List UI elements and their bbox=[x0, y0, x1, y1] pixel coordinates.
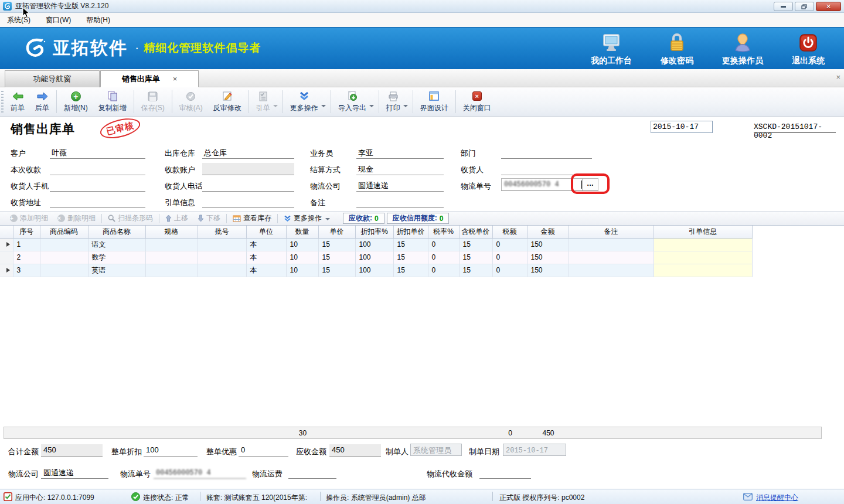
cod-field[interactable] bbox=[479, 466, 531, 479]
more-actions-dropdown-icon[interactable] bbox=[321, 105, 326, 107]
more-chevrons-icon bbox=[299, 91, 309, 101]
address-field[interactable] bbox=[50, 196, 145, 208]
envelope-icon bbox=[743, 493, 753, 500]
print-button[interactable]: 打印 bbox=[381, 87, 406, 116]
department-label: 部门 bbox=[461, 148, 476, 159]
col-batch[interactable]: 批号 bbox=[198, 226, 246, 238]
footer-logistics-label: 物流公司 bbox=[8, 469, 39, 479]
col-remark[interactable]: 备注 bbox=[569, 226, 654, 238]
red-highlight-annotation bbox=[571, 173, 610, 194]
move-up-button[interactable]: 上移 bbox=[161, 213, 193, 224]
import-export-dropdown-icon[interactable] bbox=[369, 105, 374, 107]
tabstrip-close-icon[interactable]: × bbox=[836, 73, 840, 81]
exit-system-button[interactable]: 退出系统 bbox=[783, 32, 833, 66]
reverse-approve-button[interactable]: 反审修改 bbox=[208, 87, 247, 116]
customer-field[interactable]: 叶薇 bbox=[50, 147, 145, 159]
tab-close-icon[interactable]: × bbox=[173, 74, 178, 83]
restore-icon bbox=[801, 4, 808, 9]
more-chevrons-icon bbox=[284, 215, 291, 222]
detail-more-dropdown-icon[interactable] bbox=[325, 218, 330, 220]
logistics-field[interactable]: 圆通速递 bbox=[356, 179, 444, 192]
table-row[interactable]: 2数学 本 1015100 15015 0150 bbox=[0, 251, 752, 264]
col-name[interactable]: 商品名称 bbox=[88, 226, 145, 238]
make-date-label: 制单日期 bbox=[469, 447, 499, 457]
preferential-field[interactable]: 0 bbox=[239, 444, 288, 457]
pull-order-dropdown-icon[interactable] bbox=[273, 105, 278, 107]
add-icon: + bbox=[71, 91, 81, 101]
minimize-button[interactable] bbox=[774, 2, 793, 11]
print-dropdown-icon[interactable] bbox=[403, 105, 408, 107]
col-ref[interactable]: 引单信息 bbox=[654, 226, 752, 238]
ui-design-button[interactable]: 界面设计 bbox=[415, 87, 454, 116]
import-export-button[interactable]: 导入导出 bbox=[333, 87, 372, 116]
copy-new-button[interactable]: 复制新增 bbox=[93, 87, 132, 116]
table-row[interactable]: 3英语 本 1015100 15015 0150 bbox=[0, 264, 752, 277]
payment-label: 本次收款 bbox=[11, 165, 41, 175]
close-button[interactable]: ✕ bbox=[816, 2, 841, 11]
remark-field[interactable] bbox=[356, 196, 444, 208]
mobile-field[interactable] bbox=[50, 179, 145, 192]
more-actions-button[interactable]: 更多操作 bbox=[285, 87, 324, 116]
tab-sales-outbound[interactable]: 销售出库单 × bbox=[100, 70, 199, 87]
ref-info-field[interactable] bbox=[202, 196, 294, 208]
view-stock-button[interactable]: 查看库存 bbox=[228, 213, 276, 224]
payment-field[interactable] bbox=[50, 163, 145, 175]
app-center-status: 应用中心: 127.0.0.1:7099 bbox=[15, 493, 94, 503]
status-bar: 应用中心: 127.0.0.1:7099 连接状态: 正常 账套: 测试账套五 … bbox=[0, 489, 844, 504]
detail-more-actions-button[interactable]: 更多操作 bbox=[279, 213, 335, 224]
department-field[interactable] bbox=[501, 147, 592, 159]
col-amount[interactable]: 金额 bbox=[527, 226, 569, 238]
footer-logistics-field[interactable]: 圆通速递 bbox=[41, 466, 108, 479]
settle-field[interactable]: 现金 bbox=[356, 163, 444, 175]
table-row[interactable]: 1语文 本 1015100 15015 0150 bbox=[0, 238, 752, 251]
whole-discount-label: 整单折扣 bbox=[111, 447, 142, 457]
ui-design-icon bbox=[429, 91, 439, 101]
save-button[interactable]: 保存(S) bbox=[136, 87, 170, 116]
col-spec[interactable]: 规格 bbox=[145, 226, 198, 238]
col-discount-rate[interactable]: 折扣率% bbox=[355, 226, 393, 238]
col-discount-price[interactable]: 折扣单价 bbox=[393, 226, 428, 238]
col-tax-rate[interactable]: 税率% bbox=[428, 226, 459, 238]
footer-tracking-field[interactable]: 00456000570 4 bbox=[154, 466, 246, 479]
change-password-button[interactable]: 修改密码 bbox=[652, 32, 702, 66]
barcode-scan-icon bbox=[108, 214, 115, 222]
move-up-icon bbox=[165, 214, 172, 222]
delete-row-button[interactable]: × 删除明细 bbox=[53, 213, 100, 224]
menu-window[interactable]: 窗口(W) bbox=[46, 15, 71, 25]
brand-block: 亚拓软件 · 精细化管理软件倡导者 bbox=[22, 36, 261, 60]
col-tax-price[interactable]: 含税单价 bbox=[459, 226, 492, 238]
receivable-amount-label: 应收金额 bbox=[296, 447, 326, 457]
switch-operator-button[interactable]: 更换操作员 bbox=[717, 32, 768, 66]
col-unit[interactable]: 单位 bbox=[246, 226, 286, 238]
col-price[interactable]: 单价 bbox=[318, 226, 355, 238]
save-icon bbox=[148, 91, 158, 101]
warehouse-field[interactable]: 总仓库 bbox=[202, 147, 294, 159]
freight-field[interactable] bbox=[288, 466, 336, 479]
close-window-button[interactable]: × 关闭窗口 bbox=[458, 87, 496, 116]
next-order-button[interactable]: 后单 bbox=[30, 87, 55, 116]
close-window-icon: × bbox=[472, 91, 482, 101]
account-label: 收款账户 bbox=[165, 165, 195, 175]
prev-order-button[interactable]: 前单 bbox=[5, 87, 30, 116]
col-no[interactable]: 序号 bbox=[13, 226, 40, 238]
page-title: 销售出库单 bbox=[11, 121, 75, 137]
message-center-link[interactable]: 消息提醒中心 bbox=[756, 493, 798, 503]
doc-date-input[interactable]: 2015-10-17 bbox=[651, 121, 713, 133]
col-code[interactable]: 商品编码 bbox=[40, 226, 88, 238]
restore-button[interactable] bbox=[795, 2, 814, 11]
whole-discount-field[interactable]: 100 bbox=[144, 444, 198, 457]
approve-button[interactable]: 审核(A) bbox=[174, 87, 208, 116]
phone-field[interactable] bbox=[202, 179, 294, 192]
col-tax[interactable]: 税额 bbox=[492, 226, 527, 238]
new-button[interactable]: + 新增(N) bbox=[59, 87, 93, 116]
menu-help[interactable]: 帮助(H) bbox=[86, 15, 110, 25]
add-row-button[interactable]: + 添加明细 bbox=[5, 213, 53, 224]
col-qty[interactable]: 数量 bbox=[286, 226, 318, 238]
salesman-field[interactable]: 李亚 bbox=[356, 147, 444, 159]
tab-function-nav[interactable]: 功能导航窗 bbox=[5, 70, 100, 87]
move-down-button[interactable]: 下移 bbox=[193, 213, 225, 224]
pull-order-button[interactable]: 引单 bbox=[251, 87, 275, 116]
menu-bar: 系统(S) 窗口(W) 帮助(H) bbox=[0, 13, 844, 27]
barcode-scan-button[interactable]: 扫描条形码 bbox=[103, 213, 158, 224]
my-workbench-button[interactable]: 我的工作台 bbox=[586, 32, 637, 66]
